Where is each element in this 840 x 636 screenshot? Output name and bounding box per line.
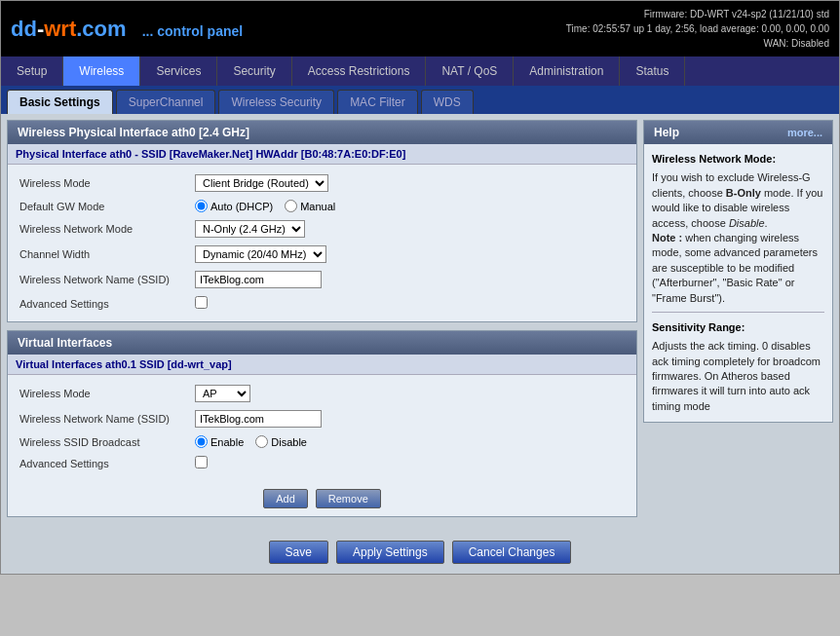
apply-button[interactable]: Apply Settings [336, 541, 444, 564]
wireless-mode-row: Wireless Mode Client Bridge (Routed) AP … [14, 170, 630, 196]
broadcast-label: Wireless SSID Broadcast [19, 436, 195, 448]
wireless-network-mode-row: Wireless Network Mode N-Only (2.4 GHz) M… [14, 216, 630, 242]
physical-form: Wireless Mode Client Bridge (Routed) AP … [8, 165, 636, 321]
nav-tab-administration[interactable]: Administration [514, 56, 620, 86]
virtual-wireless-mode-select[interactable]: AP Client [195, 385, 250, 402]
help-title: Help [654, 126, 679, 139]
channel-width-row: Channel Width Dynamic (20/40 MHz) 20 MHz… [14, 242, 630, 267]
help-section2-text: Adjusts the ack timing. 0 disables ack t… [652, 339, 824, 414]
virtual-ssid-input[interactable] [195, 410, 322, 428]
logo-com: .com [76, 17, 126, 41]
virtual-wireless-mode-control: AP Client [195, 385, 625, 402]
help-section1-heading: Wireless Network Mode: [652, 152, 824, 167]
sub-tab-wds[interactable]: WDS [421, 90, 474, 114]
ssid-input[interactable] [195, 271, 322, 288]
virtual-ssid-label: Wireless Network Name (SSID) [19, 413, 195, 425]
virtual-subheader: Virtual Interfaces ath0.1 SSID [dd-wrt_v… [8, 355, 636, 375]
nav-tab-services[interactable]: Services [140, 56, 217, 86]
main-nav: Setup Wireless Services Security Access … [1, 56, 839, 86]
ssid-label: Wireless Network Name (SSID) [19, 274, 195, 285]
wireless-mode-select[interactable]: Client Bridge (Routed) AP Client Adhoc [195, 174, 328, 192]
firmware-info: Firmware: DD-WRT v24-sp2 (11/21/10) std … [566, 7, 829, 51]
default-gw-label: Default GW Mode [19, 201, 195, 212]
physical-interface-section: Wireless Physical Interface ath0 [2.4 GH… [7, 120, 637, 322]
virtual-section-header: Virtual Interfaces [8, 331, 636, 355]
remove-button[interactable]: Remove [316, 489, 381, 508]
add-remove-row: Add Remove [8, 481, 636, 516]
content-wrapper: Wireless Physical Interface ath0 [2.4 GH… [1, 114, 839, 531]
ssid-row: Wireless Network Name (SSID) [14, 267, 630, 292]
wireless-mode-control: Client Bridge (Routed) AP Client Adhoc [195, 174, 625, 192]
broadcast-control: Enable Disable [195, 435, 625, 448]
left-panel: Wireless Physical Interface ath0 [2.4 GH… [7, 120, 637, 525]
default-gw-manual-label[interactable]: Manual [285, 200, 335, 212]
ssid-control [195, 271, 625, 288]
virtual-advanced-checkbox[interactable] [195, 456, 208, 468]
virtual-ssid-control [195, 410, 625, 428]
virtual-wireless-mode-label: Wireless Mode [19, 388, 195, 399]
virtual-advanced-row: Advanced Settings [14, 452, 630, 475]
sub-tab-basic-settings[interactable]: Basic Settings [7, 90, 113, 114]
channel-width-label: Channel Width [19, 248, 195, 260]
default-gw-manual-radio[interactable] [285, 200, 297, 212]
sub-tab-superchannel[interactable]: SuperChannel [116, 90, 216, 114]
default-gw-auto-radio[interactable] [195, 200, 208, 212]
broadcast-row: Wireless SSID Broadcast Enable Disable [14, 431, 630, 452]
physical-section-header: Wireless Physical Interface ath0 [2.4 GH… [8, 121, 636, 144]
nav-tab-nat-qos[interactable]: NAT / QoS [426, 56, 514, 86]
wireless-network-mode-control: N-Only (2.4 GHz) Mixed B-Only G-Only Dis… [195, 220, 625, 238]
wan-text: WAN: Disabled [566, 36, 829, 51]
virtual-wireless-mode-row: Wireless Mode AP Client [14, 381, 630, 406]
logo-wrt: wrt [44, 17, 76, 41]
logo: dd-wrt.com ... control panel [11, 17, 243, 42]
help-more-link[interactable]: more... [787, 127, 822, 138]
default-gw-control: Auto (DHCP) Manual [195, 200, 625, 212]
nav-tab-setup[interactable]: Setup [1, 56, 63, 86]
physical-advanced-control [195, 296, 625, 312]
help-header: Help more... [644, 121, 832, 144]
channel-width-select[interactable]: Dynamic (20/40 MHz) 20 MHz 40 MHz [195, 245, 326, 263]
button-row: Save Apply Settings Cancel Changes [1, 531, 839, 574]
virtual-form: Wireless Mode AP Client Wireless Network… [8, 375, 636, 481]
wireless-network-mode-label: Wireless Network Mode [19, 223, 195, 235]
physical-advanced-checkbox[interactable] [195, 296, 208, 309]
broadcast-disable-radio[interactable] [255, 435, 268, 448]
logo-dd: dd [11, 17, 37, 41]
sub-nav: Basic Settings SuperChannel Wireless Sec… [1, 86, 839, 114]
cancel-button[interactable]: Cancel Changes [452, 541, 572, 564]
sub-tab-wireless-security[interactable]: Wireless Security [218, 90, 334, 114]
default-gw-auto-label[interactable]: Auto (DHCP) [195, 200, 273, 212]
physical-advanced-label: Advanced Settings [19, 298, 195, 310]
nav-tab-wireless[interactable]: Wireless [63, 56, 140, 86]
nav-tab-status[interactable]: Status [620, 56, 685, 86]
broadcast-disable-label[interactable]: Disable [255, 435, 307, 448]
nav-tab-security[interactable]: Security [217, 56, 291, 86]
virtual-interfaces-section: Virtual Interfaces Virtual Interfaces at… [7, 330, 637, 517]
logo-cp: ... control panel [142, 23, 243, 39]
broadcast-enable-radio[interactable] [195, 435, 208, 448]
sub-tab-mac-filter[interactable]: MAC Filter [337, 90, 418, 114]
help-section1-text: If you wish to exclude Wireless-G client… [652, 170, 824, 306]
help-box: Help more... Wireless Network Mode: If y… [643, 120, 833, 423]
header: dd-wrt.com ... control panel Firmware: D… [1, 1, 839, 56]
help-content: Wireless Network Mode: If you wish to ex… [644, 144, 832, 422]
save-button[interactable]: Save [269, 541, 328, 564]
help-section2-heading: Sensitivity Range: [652, 320, 824, 335]
virtual-advanced-control [195, 456, 625, 471]
add-button[interactable]: Add [263, 489, 308, 508]
channel-width-control: Dynamic (20/40 MHz) 20 MHz 40 MHz [195, 245, 625, 263]
help-divider [652, 312, 824, 313]
wireless-mode-label: Wireless Mode [19, 177, 195, 189]
virtual-advanced-label: Advanced Settings [19, 458, 195, 469]
broadcast-enable-label[interactable]: Enable [195, 435, 244, 448]
physical-advanced-row: Advanced Settings [14, 292, 630, 316]
virtual-ssid-row: Wireless Network Name (SSID) [14, 406, 630, 431]
physical-subheader: Physical Interface ath0 - SSID [RaveMake… [8, 144, 636, 165]
right-panel: Help more... Wireless Network Mode: If y… [643, 120, 833, 525]
default-gw-row: Default GW Mode Auto (DHCP) Manual [14, 196, 630, 216]
firmware-text: Firmware: DD-WRT v24-sp2 (11/21/10) std [566, 7, 829, 21]
nav-tab-access-restrictions[interactable]: Access Restrictions [292, 56, 427, 86]
time-text: Time: 02:55:57 up 1 day, 2:56, load aver… [566, 21, 829, 36]
wireless-network-mode-select[interactable]: N-Only (2.4 GHz) Mixed B-Only G-Only Dis… [195, 220, 305, 238]
